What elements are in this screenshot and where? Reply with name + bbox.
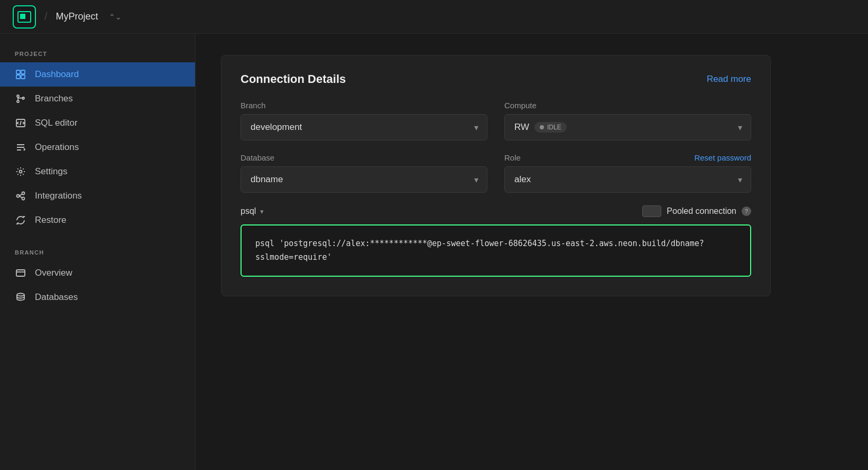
integrations-icon	[15, 190, 26, 202]
pooled-toggle[interactable]	[642, 205, 661, 217]
branch-chevron-icon: ▾	[474, 123, 478, 133]
sidebar-item-databases-label: Databases	[35, 292, 78, 303]
compute-label: Compute	[504, 101, 751, 110]
database-label: Database	[241, 153, 487, 162]
sql-editor-icon	[15, 117, 26, 129]
branch-select[interactable]: development ▾	[241, 114, 487, 140]
connection-details-card: Connection Details Read more Branch deve…	[221, 55, 771, 296]
role-header: Role Reset password	[504, 153, 751, 162]
sidebar-item-dashboard-label: Dashboard	[35, 69, 79, 80]
role-value: alex	[514, 174, 531, 185]
databases-icon	[15, 292, 26, 303]
role-chevron-icon: ▾	[738, 175, 742, 185]
database-value: dbname	[251, 174, 283, 185]
idle-dot	[540, 125, 544, 129]
compute-select[interactable]: RW IDLE ▾	[504, 114, 751, 140]
pooled-section: Pooled connection ?	[642, 205, 751, 217]
idle-badge: IDLE	[534, 122, 567, 133]
compute-group: Compute RW IDLE ▾	[504, 101, 751, 140]
dashboard-icon	[15, 69, 26, 80]
sidebar-item-restore[interactable]: Restore	[0, 208, 195, 232]
pooled-label: Pooled connection	[667, 206, 736, 216]
psql-type-label: psql	[241, 206, 256, 216]
psql-chevron-icon: ▾	[260, 208, 264, 215]
sidebar-item-overview-label: Overview	[35, 268, 72, 278]
topbar-separator: /	[44, 11, 48, 23]
idle-label: IDLE	[547, 124, 561, 131]
branch-group: Branch development ▾	[241, 101, 487, 140]
settings-icon	[15, 166, 26, 177]
database-group: Database dbname ▾	[241, 153, 487, 193]
svg-rect-12	[16, 270, 25, 276]
svg-rect-0	[16, 70, 20, 74]
main-content: Connection Details Read more Branch deve…	[196, 34, 868, 470]
svg-point-13	[17, 294, 24, 296]
restore-icon	[15, 214, 26, 226]
sidebar-item-restore-label: Restore	[35, 215, 67, 225]
sidebar-section-branch: BRANCH	[0, 249, 195, 256]
operations-icon	[15, 142, 26, 153]
database-select[interactable]: dbname ▾	[241, 166, 487, 193]
project-switcher-icon[interactable]: ⌃⌄	[109, 13, 122, 21]
svg-point-10	[22, 192, 25, 195]
topbar: / MyProject ⌃⌄	[0, 0, 868, 34]
connection-string-text: psql 'postgresql://alex:************@ep-…	[255, 239, 704, 262]
compute-value: RW	[514, 122, 529, 133]
sidebar-item-settings-label: Settings	[35, 166, 67, 177]
branch-compute-row: Branch development ▾ Compute RW IDLE	[241, 101, 751, 140]
svg-rect-1	[21, 70, 25, 74]
sidebar-item-overview[interactable]: Overview	[0, 261, 195, 285]
connection-top-bar: psql ▾ Pooled connection ?	[241, 205, 751, 217]
read-more-link[interactable]: Read more	[707, 74, 751, 84]
sidebar-item-sql-editor[interactable]: SQL editor	[0, 111, 195, 135]
branch-label: Branch	[241, 101, 487, 110]
sidebar-item-dashboard[interactable]: Dashboard	[0, 62, 195, 87]
svg-rect-2	[16, 75, 20, 79]
database-role-row: Database dbname ▾ Role Reset password al…	[241, 153, 751, 193]
card-title: Connection Details	[241, 72, 346, 86]
svg-rect-3	[21, 75, 25, 79]
psql-type-select[interactable]: psql ▾	[241, 206, 264, 216]
sidebar-item-branches[interactable]: Branches	[0, 87, 195, 111]
sidebar-section-project: PROJECT	[0, 51, 195, 57]
overview-icon	[15, 267, 26, 279]
sidebar-item-sql-editor-label: SQL editor	[35, 118, 78, 128]
reset-password-link[interactable]: Reset password	[694, 153, 751, 162]
sidebar-item-branches-label: Branches	[35, 93, 73, 104]
card-header: Connection Details Read more	[241, 72, 751, 86]
role-label: Role	[504, 153, 521, 162]
connection-string-box[interactable]: psql 'postgresql://alex:************@ep-…	[241, 224, 751, 277]
branches-icon	[15, 93, 26, 105]
logo	[13, 5, 36, 29]
layout: PROJECT Dashboard	[0, 34, 868, 470]
sidebar-item-operations[interactable]: Operations	[0, 135, 195, 159]
svg-point-8	[20, 171, 22, 173]
pooled-help-icon[interactable]: ?	[742, 206, 751, 216]
role-group: Role Reset password alex ▾	[504, 153, 751, 193]
project-name: MyProject	[56, 11, 98, 22]
svg-point-4	[17, 95, 19, 97]
sidebar-item-integrations[interactable]: Integrations	[0, 184, 195, 208]
branch-value: development	[251, 122, 302, 133]
sidebar-item-integrations-label: Integrations	[35, 191, 82, 201]
sidebar: PROJECT Dashboard	[0, 34, 196, 470]
sidebar-item-settings[interactable]: Settings	[0, 159, 195, 184]
svg-point-5	[17, 100, 19, 102]
svg-point-11	[22, 198, 25, 200]
connection-section: psql ▾ Pooled connection ? psql 'postgre…	[241, 205, 751, 277]
role-select[interactable]: alex ▾	[504, 166, 751, 193]
database-chevron-icon: ▾	[474, 175, 478, 185]
svg-point-9	[17, 195, 20, 198]
sidebar-item-databases[interactable]: Databases	[0, 285, 195, 309]
sidebar-item-operations-label: Operations	[35, 142, 79, 153]
compute-chevron-icon: ▾	[738, 123, 742, 133]
